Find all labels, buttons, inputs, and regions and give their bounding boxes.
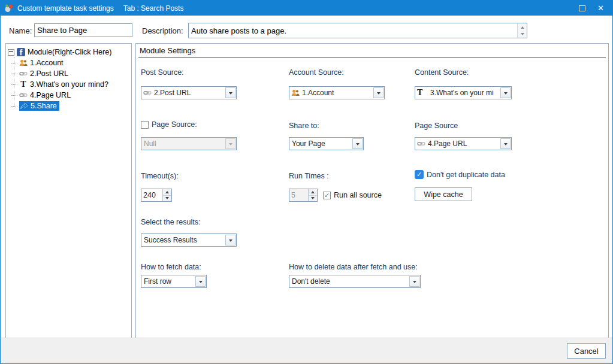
close-icon[interactable]: ✕ — [597, 1, 604, 16]
tree-guide — [11, 84, 17, 85]
timeout-label: Timeout(s): — [141, 172, 179, 180]
fetch-label: How to fetch data: — [141, 263, 201, 271]
spin-down-icon — [309, 196, 317, 202]
users-icon — [291, 89, 300, 97]
tree-guide — [11, 63, 17, 63]
chevron-down-icon[interactable] — [409, 276, 419, 287]
chevron-down-icon[interactable] — [352, 138, 363, 149]
footer-bar: Cancel — [1, 338, 612, 363]
name-input[interactable] — [34, 23, 132, 37]
tree-item-post-url[interactable]: 2.Post URL — [6, 68, 131, 79]
link-icon — [19, 69, 28, 78]
page-source-null-select: Null — [141, 137, 237, 150]
text-icon: T — [417, 89, 425, 97]
spin-up-icon[interactable] — [163, 189, 171, 196]
users-icon — [19, 59, 28, 67]
chevron-down-icon[interactable] — [195, 276, 206, 287]
chevron-down-icon[interactable] — [225, 235, 235, 245]
tree-guide — [11, 95, 17, 96]
content-source-label: Content Source: — [415, 68, 469, 77]
share-to-select[interactable]: Your Page — [289, 137, 364, 150]
tree-item-whats-on-your-mind[interactable]: T 3.What's on your mind? — [6, 79, 131, 90]
name-label: Name: — [9, 26, 32, 35]
facebook-icon — [17, 48, 25, 56]
timeout-input[interactable] — [141, 189, 162, 201]
tree-item-account[interactable]: 1.Account — [6, 57, 131, 68]
app-icon — [4, 4, 14, 13]
run-all-source-label: Run all source — [334, 191, 382, 199]
window-controls: ✕ — [579, 1, 609, 16]
window-tab-label: Tab : Search Posts — [123, 4, 184, 13]
tree-guide — [11, 74, 17, 74]
account-source-select[interactable]: 1.Account — [289, 86, 385, 99]
tree-item-share[interactable]: 5.Share — [6, 101, 131, 111]
page-source-label: Page Source — [415, 122, 458, 130]
stepper-arrows — [308, 189, 317, 201]
page-source-select[interactable]: 4.Page URL — [415, 137, 512, 150]
chevron-down-icon[interactable] — [500, 87, 511, 98]
spin-down-icon[interactable] — [518, 31, 527, 38]
share-to-label: Share to: — [289, 122, 319, 130]
delete-label: How to delete data after fetch and use: — [289, 263, 418, 271]
description-spinner[interactable] — [517, 23, 527, 38]
duplicate-checkbox[interactable]: ✓ — [415, 170, 424, 179]
page-source-checkbox-row[interactable]: Page Source: — [141, 120, 197, 129]
tree-item-page-url[interactable]: 4.Page URL — [6, 90, 131, 101]
chevron-down-icon[interactable] — [373, 87, 383, 98]
text-icon: T — [19, 80, 28, 89]
content-source-select[interactable]: T 3.What's on your mi — [415, 86, 512, 99]
tree-guide — [11, 106, 17, 107]
divider — [138, 57, 606, 58]
stepper-arrows[interactable] — [162, 189, 171, 201]
page-source-checkbox-label: Page Source: — [152, 120, 197, 129]
selected-highlight[interactable]: 5.Share — [19, 101, 59, 111]
module-tree-panel: Module(Right-Click Here) 1.Account 2.Pos… — [5, 43, 132, 339]
panel-title: Module Settings — [140, 46, 195, 55]
link-icon — [417, 139, 425, 148]
link-icon — [19, 91, 28, 99]
cancel-button[interactable]: Cancel — [567, 343, 606, 359]
description-input[interactable] — [189, 23, 517, 38]
run-times-label: Run Times : — [289, 172, 329, 180]
spin-down-icon[interactable] — [163, 196, 171, 202]
duplicate-checkbox-label: Don't get duplicate data — [427, 171, 505, 179]
share-icon — [20, 102, 28, 110]
spin-up-icon — [309, 189, 317, 196]
window-title: Custom template task settings — [17, 4, 114, 13]
post-source-label: Post Source: — [141, 68, 184, 77]
page-source-checkbox[interactable] — [141, 121, 149, 129]
run-times-stepper — [289, 189, 318, 202]
dialog-window: Custom template task settings Tab : Sear… — [0, 0, 613, 364]
duplicate-checkbox-row[interactable]: ✓ Don't get duplicate data — [415, 170, 505, 179]
select-results-label: Select the results: — [141, 218, 200, 226]
fetch-select[interactable]: First row — [141, 275, 207, 288]
run-all-source-row[interactable]: ✓ Run all source — [323, 191, 382, 199]
tree-root-module[interactable]: Module(Right-Click Here) — [6, 47, 131, 57]
description-field[interactable] — [188, 23, 527, 38]
wipe-cache-button[interactable]: Wipe cache — [415, 187, 472, 201]
module-settings-panel: Module Settings Post Source: Account Sou… — [135, 43, 609, 339]
post-source-select[interactable]: 2.Post URL — [141, 86, 237, 99]
title-bar[interactable]: Custom template task settings Tab : Sear… — [1, 1, 612, 16]
chevron-down-icon — [225, 138, 235, 149]
link-icon — [143, 89, 152, 97]
select-results-select[interactable]: Success Results — [141, 233, 237, 247]
run-all-source-checkbox[interactable]: ✓ — [323, 192, 331, 199]
chevron-down-icon[interactable] — [500, 138, 511, 149]
collapse-icon[interactable] — [8, 49, 14, 56]
description-label: Description: — [142, 26, 183, 35]
maximize-icon[interactable] — [579, 5, 585, 11]
delete-select[interactable]: Don't delete — [289, 275, 421, 288]
chevron-down-icon[interactable] — [225, 87, 235, 98]
run-times-input — [289, 189, 308, 201]
account-source-label: Account Source: — [289, 68, 344, 77]
spin-up-icon[interactable] — [518, 23, 527, 31]
timeout-stepper[interactable] — [141, 189, 172, 202]
